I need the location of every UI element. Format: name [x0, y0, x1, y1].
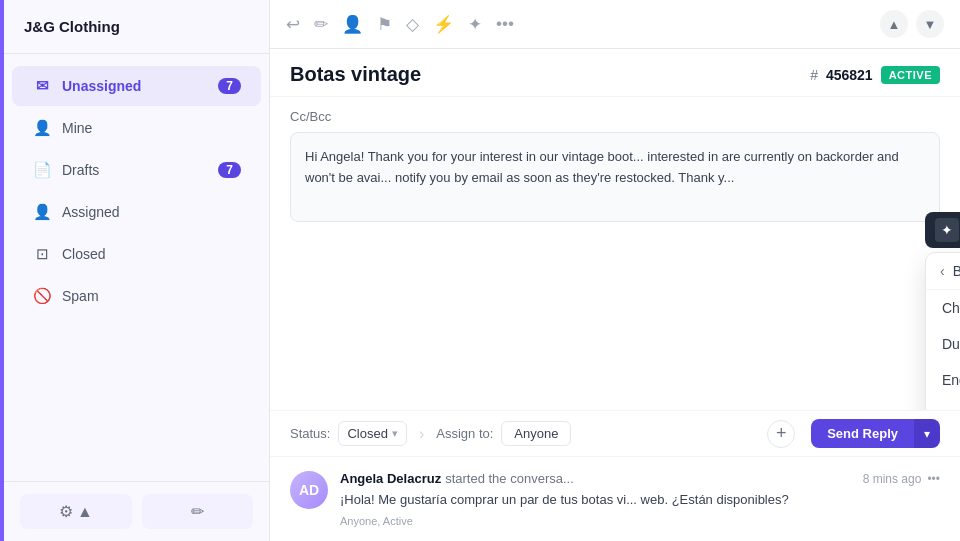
flag-icon[interactable]: ⚑ [377, 14, 392, 35]
compose-area: Cc/Bcc Hi Angela! Thank you for your int… [270, 97, 960, 410]
label-icon[interactable]: ◇ [406, 14, 419, 35]
sidebar-item-label: Spam [62, 288, 99, 304]
add-button[interactable]: + [767, 420, 795, 448]
id-hash: # [810, 67, 818, 83]
undo-icon[interactable]: ↩ [286, 14, 300, 35]
message-row: AD Angela Delacruz started the conversa.… [290, 471, 940, 527]
message-content: Angela Delacruz started the conversa... … [340, 471, 940, 527]
message-body: ¡Hola! Me gustaría comprar un par de tus… [340, 490, 940, 511]
sidebar-bottom: ⚙ ▲ ✏ [4, 481, 269, 541]
assign-icon[interactable]: 👤 [342, 14, 363, 35]
closed-icon: ⊡ [32, 244, 52, 264]
lang-item-english[interactable]: English [926, 362, 960, 398]
inbox-icon: ✉ [32, 76, 52, 96]
more-options-icon[interactable]: ••• [927, 472, 940, 486]
sender-action: started the conversa... [445, 471, 574, 486]
lightning-icon[interactable]: ⚡ [433, 14, 454, 35]
cc-bcc-label[interactable]: Cc/Bcc [290, 109, 940, 124]
sidebar-item-label: Unassigned [62, 78, 141, 94]
edit-icon[interactable]: ✏ [314, 14, 328, 35]
status-chevron-icon: ▾ [392, 427, 398, 440]
compose-button[interactable]: ✏ [142, 494, 254, 529]
sidebar-item-label: Drafts [62, 162, 99, 178]
assign-value: Anyone [514, 426, 558, 441]
sparkle-icon[interactable]: ✦ [468, 14, 482, 35]
back-button[interactable]: ‹ Back [926, 253, 960, 290]
send-reply-button[interactable]: Send Reply [811, 419, 914, 448]
sender-name: Angela Delacruz [340, 471, 441, 486]
sidebar-item-label: Assigned [62, 204, 120, 220]
status-value: Closed [347, 426, 387, 441]
sidebar: J&G Clothing ✉ Unassigned 7 👤 Mine 📄 Dra… [0, 0, 270, 541]
sidebar-item-assigned[interactable]: 👤 Assigned [12, 192, 261, 232]
main-content: ↩ ✏ 👤 ⚑ ◇ ⚡ ✦ ••• ▲ ▼ Botas vintage # 45… [270, 0, 960, 541]
status-label: Status: [290, 426, 330, 441]
assign-select[interactable]: Anyone [501, 421, 571, 446]
assign-label: Assign to: [436, 426, 493, 441]
send-reply-dropdown-button[interactable]: ▾ [914, 419, 940, 448]
sidebar-item-mine[interactable]: 👤 Mine [12, 108, 261, 148]
format-toolbar: ✦ Aa B I U 🔗 ≡ ☰ [925, 212, 960, 248]
message-info: Anyone, Active [340, 515, 940, 527]
conversation-id: # 456821 ACTIVE [810, 66, 940, 84]
status-select[interactable]: Closed ▾ [338, 421, 406, 446]
sidebar-item-label: Closed [62, 246, 106, 262]
settings-button[interactable]: ⚙ ▲ [20, 494, 132, 529]
nav-up-button[interactable]: ▲ [880, 10, 908, 38]
sidebar-item-spam[interactable]: 🚫 Spam [12, 276, 261, 316]
id-number: 456821 [826, 67, 873, 83]
toolbar-nav: ▲ ▼ [880, 10, 944, 38]
spam-icon: 🚫 [32, 286, 52, 306]
language-dropdown: ‹ Back Chinese Dutch English Filipino Fr… [925, 252, 960, 410]
messages-area: AD Angela Delacruz started the conversa.… [270, 456, 960, 541]
draft-icon: 📄 [32, 160, 52, 180]
avatar: AD [290, 471, 328, 509]
unassigned-badge: 7 [218, 78, 241, 94]
sidebar-item-unassigned[interactable]: ✉ Unassigned 7 [12, 66, 261, 106]
status-bar: Status: Closed ▾ › Assign to: Anyone + S… [270, 410, 960, 456]
sidebar-item-label: Mine [62, 120, 92, 136]
message-meta: 8 mins ago ••• [863, 472, 940, 486]
lang-item-dutch[interactable]: Dutch [926, 326, 960, 362]
brand-logo: J&G Clothing [4, 0, 269, 54]
person-icon: 👤 [32, 118, 52, 138]
sidebar-item-drafts[interactable]: 📄 Drafts 7 [12, 150, 261, 190]
toolbar: ↩ ✏ 👤 ⚑ ◇ ⚡ ✦ ••• ▲ ▼ [270, 0, 960, 49]
message-time: 8 mins ago [863, 472, 922, 486]
sidebar-item-closed[interactable]: ⊡ Closed [12, 234, 261, 274]
more-icon[interactable]: ••• [496, 14, 514, 34]
active-badge: ACTIVE [881, 66, 940, 84]
magic-format-button[interactable]: ✦ [935, 218, 959, 242]
back-arrow-icon: ‹ [940, 263, 945, 279]
back-label: Back [953, 263, 960, 279]
email-body[interactable]: Hi Angela! Thank you for your interest i… [290, 132, 940, 222]
message-header: Angela Delacruz started the conversa... … [340, 471, 940, 486]
send-reply-group: Send Reply ▾ [811, 419, 940, 448]
nav-down-button[interactable]: ▼ [916, 10, 944, 38]
chevron-right-icon: › [419, 425, 424, 443]
lang-item-filipino[interactable]: Filipino [926, 398, 960, 410]
conversation-title: Botas vintage [290, 63, 421, 86]
lang-item-chinese[interactable]: Chinese [926, 290, 960, 326]
drafts-badge: 7 [218, 162, 241, 178]
assigned-icon: 👤 [32, 202, 52, 222]
conversation-header: Botas vintage # 456821 ACTIVE [270, 49, 960, 97]
sidebar-nav: ✉ Unassigned 7 👤 Mine 📄 Drafts 7 👤 Assig… [4, 54, 269, 481]
